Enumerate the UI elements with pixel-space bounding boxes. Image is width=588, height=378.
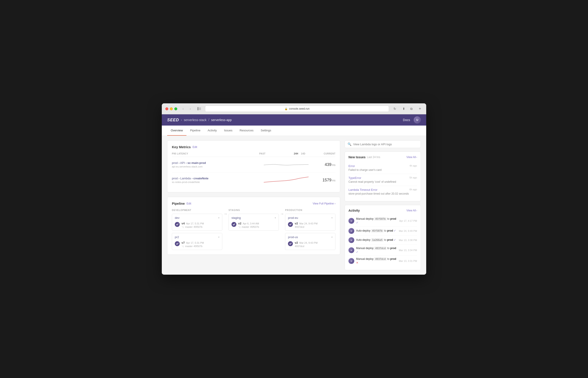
back-button[interactable]: ‹ — [180, 106, 186, 111]
pipeline-env-prod-us-name[interactable]: prod-us — [288, 235, 298, 239]
user-avatar[interactable]: U — [414, 116, 421, 123]
docs-link[interactable]: Docs — [403, 118, 410, 122]
pipeline-env-dev-header: dev ▾ — [175, 216, 219, 219]
reload-button[interactable]: ↻ — [392, 106, 398, 111]
activity-item-4: U Manual deploy 4937dcd to prod ✓ Mar 13… — [348, 245, 417, 256]
issue-timeout-time: 6h ago — [409, 188, 417, 191]
activity-time-2: Mar 24, 9:49 PM — [399, 230, 417, 232]
maximize-button[interactable] — [174, 108, 177, 110]
pipeline-staging-column: STAGING staging ▾ — [229, 209, 279, 231]
deploy-check-prod-us — [288, 241, 293, 246]
activity-section: Activity View All › U Manual deploy 45f5… — [345, 205, 421, 270]
pipeline-env-prod-eu-name[interactable]: prod-eu — [288, 216, 298, 219]
activity-item-1: U Manual deploy 45f507b to prod ✓ Apr 17… — [348, 216, 417, 227]
pipeline-edit-link[interactable]: Edit — [187, 202, 191, 205]
activity-avatar-5: U — [348, 258, 354, 264]
col-p95-label: P95 LATENCY — [172, 152, 259, 155]
issue-item-typeerror: TypeError 5h ago Cannot read property 'c… — [348, 174, 417, 186]
deploy-check-staging — [232, 222, 236, 227]
pipeline-env-staging-name[interactable]: staging — [232, 216, 241, 219]
pipeline-env-pr2: pr2 ▾ — [172, 233, 222, 250]
activity-env-3: prod — [387, 238, 393, 242]
tab-settings[interactable]: Settings — [257, 126, 275, 136]
metrics-column-headers: P95 LATENCY PAST 24H 14D CURRENT — [172, 152, 335, 157]
activity-text-5: Manual deploy 4937dcd to prod ✕ — [356, 257, 397, 265]
pipeline-env-dev-name[interactable]: dev — [175, 216, 180, 219]
deploy-commit-prod-us: 4937dcd — [295, 245, 304, 247]
browser-actions: ⬆ ⧉ — [401, 106, 415, 111]
tabs-button[interactable]: ⧉ — [408, 106, 415, 111]
metric-chart-api — [264, 160, 309, 169]
tab-resources[interactable]: Resources — [236, 126, 257, 136]
new-tab-button[interactable]: + — [417, 106, 423, 111]
tab-activity[interactable]: Activity — [204, 126, 220, 136]
issue-timeout-title[interactable]: Lambda Timeout Error — [348, 188, 377, 191]
deploy-info-staging: v2 Apr 6, 3:44 AM ⌥ master 45f507b — [238, 222, 259, 228]
deploy-info-prod-eu: v2 Mar 24, 9:43 PM 4937dcd — [295, 222, 317, 228]
pipeline-production-label: PRODUCTION — [285, 209, 335, 211]
breadcrumb-org[interactable]: serverless-stack — [184, 118, 206, 122]
pipeline-arrow-1: → — [222, 209, 229, 216]
address-bar[interactable]: 🔒 console.seed.run — [205, 106, 389, 112]
metric-path-link-lambda[interactable]: prod › Lambda › createNote — [172, 177, 264, 180]
breadcrumb-separator-2: / — [209, 118, 209, 122]
search-box[interactable]: 🔍 — [345, 140, 421, 148]
search-icon: 🔍 — [348, 142, 351, 146]
activity-type-2: Auto-deploy — [356, 229, 370, 232]
main-content: Key Metrics Edit P95 LATENCY PAST 24H 14… — [162, 136, 426, 275]
deploy-branch-row-staging: ⌥ master 45f507b — [238, 226, 259, 228]
browser-nav: ‹ › — [180, 106, 193, 111]
time-14d-button[interactable]: 14D — [301, 152, 305, 155]
issue-timeout-header: Lambda Timeout Error 6h ago — [348, 188, 417, 191]
pipeline-env-pr2-dropdown[interactable]: ▾ — [218, 236, 219, 238]
share-button[interactable]: ⬆ — [401, 106, 407, 111]
activity-view-all-link[interactable]: View All › — [406, 209, 417, 212]
issue-item-error: Error 4h ago Failed to charge user's car… — [348, 162, 417, 174]
header-right: Docs U — [403, 116, 421, 123]
traffic-lights — [165, 108, 177, 110]
pipeline-deploy-prod-eu: v2 Mar 24, 9:43 PM 4937dcd — [288, 222, 333, 228]
tab-issues[interactable]: Issues — [221, 126, 236, 136]
deploy-check-pr2 — [175, 241, 180, 246]
activity-avatar-2: U — [348, 228, 354, 234]
pipeline-deploy-staging: v2 Apr 6, 3:44 AM ⌥ master 45f507b — [232, 222, 276, 228]
pipeline-env-dev-dropdown[interactable]: ▾ — [218, 216, 219, 219]
activity-time-4: Mar 13, 3:34 PM — [399, 249, 417, 252]
issue-error-title[interactable]: Error — [348, 164, 355, 168]
tab-pipeline[interactable]: Pipeline — [186, 126, 204, 136]
new-issues-view-all-link[interactable]: View All › — [406, 156, 417, 159]
issue-typeerror-title[interactable]: TypeError — [348, 176, 361, 180]
new-issues-title: New Issues — [348, 155, 366, 159]
pipeline-env-prod-eu-dropdown[interactable]: ▾ — [331, 216, 333, 219]
branch-icon-pr2: ⌥ — [182, 245, 184, 247]
deploy-date-prod-us: Mar 24, 9:43 PM — [299, 242, 317, 244]
deploy-info-dev: v4 Apr 17, 5:31 PM ⌥ master 45f507b — [182, 222, 204, 228]
deploy-commit-dev: 45f507b — [194, 226, 203, 228]
activity-env-5: prod — [390, 257, 396, 260]
search-input[interactable] — [353, 143, 418, 146]
deploy-branch-row-prod-us: 4937dcd — [295, 245, 317, 247]
activity-text-2: Auto-deploy 45f507b to prod ✓ — [356, 229, 397, 233]
time-24h-button[interactable]: 24H — [294, 152, 298, 155]
deploy-info-prod-us: v2 Mar 24, 9:43 PM 4937dcd — [295, 241, 317, 247]
url-text: console.seed.run — [289, 107, 310, 110]
svg-rect-3 — [199, 109, 201, 110]
close-button[interactable] — [165, 108, 168, 110]
tab-overview[interactable]: Overview — [167, 126, 186, 136]
pipeline-production-column: PRODUCTION prod-eu ▾ — [285, 209, 335, 250]
nav-tabs: Overview Pipeline Activity Issues Resour… — [162, 126, 426, 136]
pipeline-env-staging-dropdown[interactable]: ▾ — [275, 216, 276, 219]
metric-value-api: 439ms — [309, 162, 335, 167]
view-full-pipeline-link[interactable]: View Full Pipeline › — [313, 202, 335, 205]
pipeline-env-prod-us-dropdown[interactable]: ▾ — [331, 236, 333, 238]
metric-path-link-api[interactable]: prod › API › sc-main-prod — [172, 161, 264, 164]
pipeline-env-prod-eu-header: prod-eu ▾ — [288, 216, 333, 219]
minimize-button[interactable] — [170, 108, 173, 110]
deploy-version-row-dev: v4 Apr 17, 5:31 PM — [182, 222, 204, 225]
forward-button[interactable]: › — [187, 106, 193, 111]
key-metrics-edit-link[interactable]: Edit — [193, 146, 197, 149]
pipeline-env-pr2-name[interactable]: pr2 — [175, 235, 179, 239]
breadcrumb-separator-1: › — [181, 118, 182, 122]
sidebar-toggle-button[interactable] — [196, 106, 202, 111]
activity-chevron-icon: › — [416, 209, 417, 212]
